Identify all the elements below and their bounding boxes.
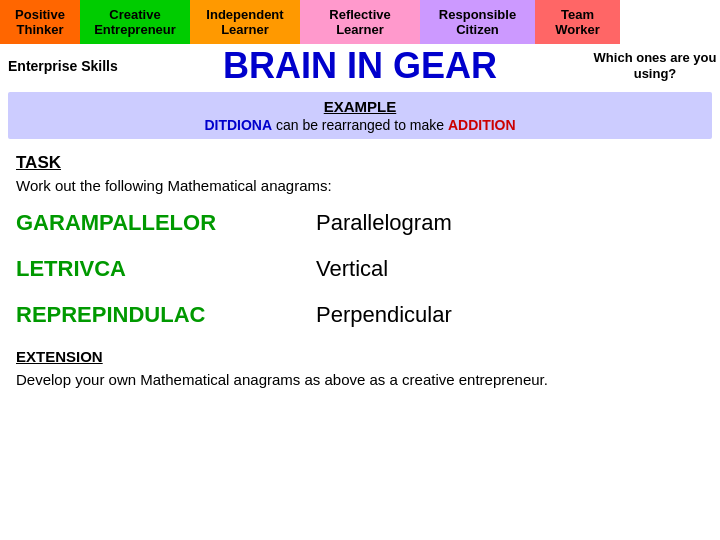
tab-positive-thinker[interactable]: Positive Thinker xyxy=(0,0,80,44)
brain-in-gear-title: BRAIN IN GEAR xyxy=(130,45,590,87)
header-row: Enterprise Skills BRAIN IN GEAR Which on… xyxy=(0,44,720,88)
example-middle-text: can be rearranged to make xyxy=(272,117,448,133)
example-text: DITDIONA can be rearranged to make ADDIT… xyxy=(20,117,700,133)
task-heading: TASK xyxy=(16,153,704,173)
anagram-scrambled: LETRIVCA xyxy=(16,256,316,282)
anagram-scrambled: REPREPINDULAC xyxy=(16,302,316,328)
example-ditdiona: DITDIONA xyxy=(204,117,272,133)
example-addition: ADDITION xyxy=(448,117,516,133)
tabs-row: Positive Thinker Creative Entrepreneur I… xyxy=(0,0,720,44)
example-title: EXAMPLE xyxy=(20,98,700,115)
tab-reflective-learner[interactable]: Reflective Learner xyxy=(300,0,420,44)
anagram-answer: Perpendicular xyxy=(316,302,704,328)
tab-team-worker[interactable]: Team Worker xyxy=(535,0,620,44)
which-ones-label: Which ones are you using? xyxy=(590,50,720,81)
extension-section: EXTENSION Develop your own Mathematical … xyxy=(16,348,704,390)
task-description: Work out the following Mathematical anag… xyxy=(16,177,704,194)
example-box: EXAMPLE DITDIONA can be rearranged to ma… xyxy=(8,92,712,139)
anagram-row: REPREPINDULACPerpendicular xyxy=(16,302,704,328)
anagram-answer: Parallelogram xyxy=(316,210,704,236)
anagram-row: GARAMPALLELORParallelogram xyxy=(16,210,704,236)
extension-heading: EXTENSION xyxy=(16,348,704,365)
anagram-row: LETRIVCAVertical xyxy=(16,256,704,282)
main-content: TASK Work out the following Mathematical… xyxy=(0,143,720,400)
tab-independent-learner[interactable]: Independent Learner xyxy=(190,0,300,44)
tab-creative-entrepreneur[interactable]: Creative Entrepreneur xyxy=(80,0,190,44)
anagram-scrambled: GARAMPALLELOR xyxy=(16,210,316,236)
tab-responsible-citizen[interactable]: Responsible Citizen xyxy=(420,0,535,44)
enterprise-skills-label: Enterprise Skills xyxy=(0,58,130,74)
anagram-answer: Vertical xyxy=(316,256,704,282)
extension-text: Develop your own Mathematical anagrams a… xyxy=(16,369,704,390)
anagram-list: GARAMPALLELORParallelogramLETRIVCAVertic… xyxy=(16,210,704,328)
